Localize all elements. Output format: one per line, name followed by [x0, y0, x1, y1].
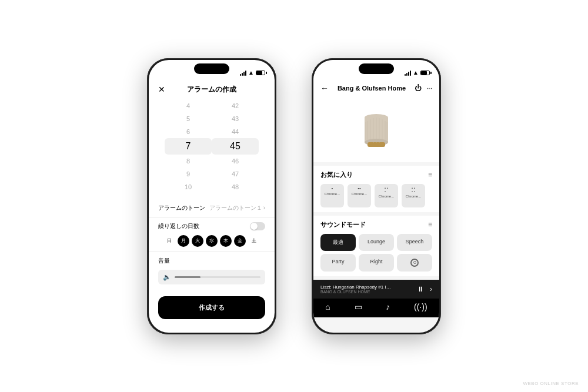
bottom-nav: ⌂ ▭ ♪ ((·)) [313, 299, 439, 317]
alarm-tone-value: アラームのトーン１ › [209, 204, 265, 212]
fav-label-4: Chrome... [406, 195, 421, 198]
now-playing-info: Liszt: Hungarian Rhapsody #1 In F – Ku..… [320, 284, 417, 294]
day-fri[interactable]: 金 [234, 235, 246, 247]
dynamic-island-2 [359, 63, 394, 74]
back-button[interactable]: ← [320, 83, 329, 93]
status-bar-2: ▲ [313, 60, 439, 81]
watermark: WEBO ONLINE STORE [523, 381, 579, 386]
alarm-tone-row[interactable]: アラームのトーン アラームのトーン１ › [149, 199, 275, 217]
sound-grid: 最適 Lounge Speech Party Right [320, 234, 432, 272]
home-icon: ⌂ [325, 302, 330, 311]
sound-modes-header: サウンドモード ≡ [320, 220, 432, 229]
time-picker[interactable]: 4 5 6 7 8 9 10 42 43 44 45 46 47 48 [149, 99, 275, 193]
volume-section: 音量 🔈 [149, 252, 275, 289]
bo-header-icons: ⏻ ··· [415, 84, 432, 92]
fav-dots-2: •• [358, 186, 361, 191]
fav-label-3: Chrome... [379, 195, 394, 198]
speaker-icon: ((·)) [414, 302, 427, 311]
favorites-title: お気に入り [320, 170, 353, 179]
hour-5[interactable]: 5 [165, 112, 212, 125]
hour-4[interactable]: 4 [165, 99, 212, 112]
repeat-toggle[interactable] [250, 222, 265, 230]
phone-bo: ▲ ← Bang & Olufsen Home ⏻ ··· [312, 58, 441, 334]
status-bar-1: ▲ [149, 60, 275, 81]
minute-picker[interactable]: 42 43 44 45 46 47 48 [212, 99, 259, 193]
day-buttons: 日 月 火 水 木 金 土 [158, 235, 265, 247]
sound-modes-menu-icon[interactable]: ≡ [428, 220, 432, 229]
battery-icon-2 [420, 71, 430, 75]
nav-speaker[interactable]: ((·)) [414, 302, 427, 311]
speaker-image [356, 106, 397, 153]
sound-btn-party[interactable]: Party [320, 254, 356, 272]
day-mon[interactable]: 月 [178, 235, 189, 247]
bo-header: ← Bang & Olufsen Home ⏻ ··· [313, 81, 439, 96]
wifi-icon-1: ▲ [248, 69, 254, 76]
favorites-header: お気に入り ≡ [320, 170, 432, 179]
favorite-3[interactable]: • •• Chrome... [375, 184, 398, 207]
hour-picker[interactable]: 4 5 6 7 8 9 10 [165, 99, 212, 193]
now-playing-controls: ⏸ › [417, 285, 432, 293]
phone-alarm: ▲ ✕ アラームの作成 4 5 6 7 8 9 [147, 58, 276, 334]
wifi-icon-2: ▲ [413, 69, 419, 76]
speaker-section [313, 96, 439, 162]
fav-dots-3: • •• [385, 186, 388, 193]
svg-rect-3 [368, 142, 385, 147]
alarm-header: ✕ アラームの作成 [149, 81, 275, 99]
volume-icon: 🔈 [163, 273, 171, 281]
day-wed[interactable]: 水 [206, 235, 218, 247]
favorite-2[interactable]: •• Chrome... [348, 184, 371, 207]
day-thu[interactable]: 木 [220, 235, 232, 247]
min-43[interactable]: 43 [212, 112, 259, 125]
sound-modes-section: サウンドモード ≡ 最適 Lounge Speech Party Right [313, 216, 439, 276]
fav-dots-1: • [332, 186, 333, 191]
day-tue[interactable]: 火 [192, 235, 203, 247]
repeat-label: 繰り返しの日数 [158, 222, 199, 230]
sound-btn-optimal[interactable]: 最適 [320, 234, 356, 251]
pause-button[interactable]: ⏸ [417, 285, 424, 293]
hour-7-selected[interactable]: 7 [165, 138, 212, 155]
signal-icon-1 [240, 70, 246, 76]
nav-music[interactable]: ♪ [386, 302, 390, 311]
min-42[interactable]: 42 [212, 99, 259, 112]
volume-label: 音量 [158, 257, 265, 265]
favorite-1[interactable]: • Chrome... [320, 184, 344, 207]
next-button[interactable]: › [430, 285, 432, 293]
day-sun[interactable]: 日 [163, 235, 175, 247]
sound-modes-title: サウンドモード [320, 220, 366, 229]
now-playing-title: Liszt: Hungarian Rhapsody #1 In F – Ku..… [320, 284, 391, 290]
min-46[interactable]: 46 [212, 155, 259, 167]
sound-btn-speech[interactable]: Speech [397, 234, 432, 251]
create-alarm-button[interactable]: 作成する [158, 296, 265, 319]
sound-btn-right[interactable]: Right [359, 254, 394, 272]
sound-btn-circle[interactable] [397, 254, 432, 272]
nav-home[interactable]: ⌂ [325, 302, 330, 311]
now-playing-artist: BANG & OLUFSEN HOME [320, 290, 417, 294]
min-47[interactable]: 47 [212, 167, 259, 180]
hour-10[interactable]: 10 [165, 180, 212, 193]
hour-9[interactable]: 9 [165, 167, 212, 180]
day-sat[interactable]: 土 [248, 235, 260, 247]
circle-indicator-inner [413, 261, 416, 264]
dynamic-island-1 [194, 63, 229, 74]
min-44[interactable]: 44 [212, 125, 259, 138]
min-48[interactable]: 48 [212, 180, 259, 193]
more-icon[interactable]: ··· [426, 84, 432, 92]
alarm-tone-label: アラームのトーン [158, 204, 205, 212]
power-icon[interactable]: ⏻ [415, 84, 422, 92]
status-icons-2: ▲ [405, 69, 430, 76]
bo-title: Bang & Olufsen Home [338, 85, 406, 92]
min-45-selected[interactable]: 45 [212, 138, 259, 155]
signal-icon-2 [405, 70, 411, 76]
volume-bar[interactable]: 🔈 [158, 270, 265, 284]
sound-btn-lounge[interactable]: Lounge [359, 234, 394, 251]
nav-tv[interactable]: ▭ [355, 302, 362, 311]
fav-label-1: Chrome... [325, 192, 340, 196]
close-button[interactable]: ✕ [158, 85, 165, 94]
hour-8[interactable]: 8 [165, 155, 212, 167]
volume-track[interactable] [175, 276, 260, 278]
favorite-4[interactable]: • •• • Chrome... [402, 184, 425, 207]
favorites-menu-icon[interactable]: ≡ [428, 170, 432, 179]
hour-6[interactable]: 6 [165, 125, 212, 138]
music-icon: ♪ [386, 302, 390, 311]
tv-icon: ▭ [355, 302, 362, 311]
